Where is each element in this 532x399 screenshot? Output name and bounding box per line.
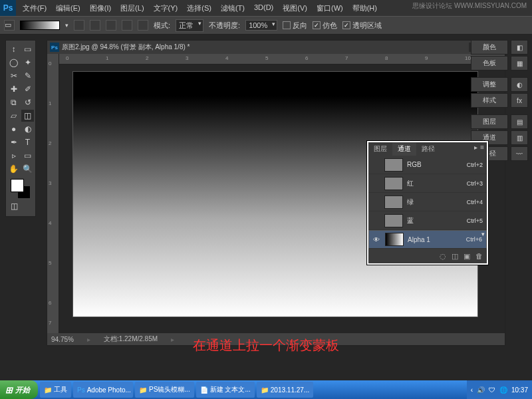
menu-3d[interactable]: 3D(D) (250, 2, 277, 15)
marquee-tool-icon[interactable]: ▭ (21, 43, 34, 55)
load-selection-icon[interactable]: ◌ (440, 252, 446, 261)
angle-gradient-icon[interactable] (106, 20, 116, 31)
styles-panel-button[interactable]: 样式 (471, 93, 508, 108)
color-panel-button[interactable]: 颜色 (471, 40, 508, 55)
menu-window[interactable]: 窗口(W) (313, 2, 347, 15)
channel-name: Alpha 1 (408, 236, 430, 243)
channel-row-rgb[interactable]: RGB Ctrl+2 (368, 156, 487, 174)
menu-type[interactable]: 文字(Y) (150, 2, 182, 15)
swatches-panel-icon[interactable]: ▦ (511, 56, 528, 70)
layers-panel-button[interactable]: 图层 (471, 114, 508, 129)
eyedropper-tool-icon[interactable]: ✎ (21, 70, 34, 82)
reflected-gradient-icon[interactable] (122, 20, 132, 31)
tray-icon[interactable]: ‹ (471, 386, 473, 394)
menu-view[interactable]: 视图(V) (279, 2, 311, 15)
channel-shortcut: Ctrl+5 (467, 217, 483, 224)
crop-tool-icon[interactable]: ✂ (7, 70, 20, 82)
panel-menu-icon[interactable]: ≡ (480, 144, 484, 151)
tool-preset-icon[interactable]: ▭ (4, 20, 15, 31)
move-tool-icon[interactable]: ↕ (7, 43, 20, 55)
stamp-tool-icon[interactable]: ⧉ (7, 96, 20, 108)
lasso-tool-icon[interactable]: ◯ (7, 57, 20, 68)
pen-tool-icon[interactable]: ✒ (7, 136, 20, 148)
taskbar-item[interactable]: 📄新建 文本文... (196, 382, 255, 398)
tray-clock[interactable]: 10:37 (511, 386, 528, 394)
channel-row-red[interactable]: 红 Ctrl+3 (368, 174, 487, 193)
visibility-icon[interactable] (371, 160, 380, 170)
dither-label: 仿色 (323, 21, 337, 31)
channel-row-alpha1[interactable]: 👁 Alpha 1 Ctrl+6 (368, 230, 487, 249)
taskbar-item[interactable]: PsAdobe Photo... (73, 382, 133, 398)
channels-panel-icon[interactable]: ▥ (511, 130, 528, 145)
eraser-tool-icon[interactable]: ▱ (7, 110, 20, 122)
gradient-picker[interactable] (20, 21, 60, 30)
dodge-tool-icon[interactable]: ◐ (21, 123, 34, 135)
visibility-icon[interactable] (371, 198, 380, 207)
reverse-checkbox[interactable] (283, 21, 291, 29)
menu-filter[interactable]: 滤镜(T) (217, 2, 249, 15)
color-panel-icon[interactable]: ◧ (511, 40, 528, 55)
options-bar: ▭ ▾ 模式: 正常 不透明度: 100% 反向 仿色 透明区域 (0, 16, 532, 35)
channel-shortcut: Ctrl+4 (467, 199, 483, 205)
swatches-panel-button[interactable]: 色板 (471, 56, 508, 70)
dither-checkbox[interactable] (313, 21, 321, 29)
layers-panel-icon[interactable]: ▤ (511, 114, 528, 129)
visibility-icon[interactable] (371, 179, 380, 188)
channels-panel: 图层 通道 路径 ▸≡ RGB Ctrl+2 红 Ctrl+3 绿 C (367, 141, 488, 265)
tray-icon[interactable]: 🛡 (489, 386, 495, 394)
foreground-color-swatch[interactable] (11, 179, 24, 192)
channel-thumb (385, 233, 404, 246)
zoom-tool-icon[interactable]: 🔍 (21, 163, 34, 175)
linear-gradient-icon[interactable] (74, 20, 84, 31)
visibility-icon[interactable]: 👁 (372, 235, 381, 244)
tray-icon[interactable]: 🌐 (499, 386, 507, 394)
start-button[interactable]: ⊞ 开始 (0, 380, 38, 399)
shape-tool-icon[interactable]: ▭ (21, 150, 34, 162)
diamond-gradient-icon[interactable] (138, 20, 148, 31)
wand-tool-icon[interactable]: ✦ (21, 57, 34, 68)
tab-paths[interactable]: 路径 (416, 142, 440, 156)
history-brush-icon[interactable]: ↺ (21, 96, 34, 108)
adjust-panel-icon[interactable]: ◐ (511, 77, 528, 92)
save-selection-icon[interactable]: ◫ (452, 252, 458, 261)
tab-channels[interactable]: 通道 (392, 142, 416, 156)
paths-panel-icon[interactable]: 〰 (511, 146, 528, 161)
new-channel-icon[interactable]: ▣ (464, 252, 470, 261)
menu-layer[interactable]: 图层(L) (116, 2, 148, 15)
taskbar-item[interactable]: 📁工具 (40, 382, 71, 398)
doc-ps-icon: Ps (50, 43, 59, 52)
document-tab: Ps 原图2.jpg @ 94.8% (背景 副本, Alpha 1/8) * … (47, 41, 505, 54)
channel-row-green[interactable]: 绿 Ctrl+4 (368, 193, 487, 211)
menu-help[interactable]: 帮助(H) (348, 2, 381, 15)
taskbar-item[interactable]: 📁2013.11.27... (257, 382, 313, 398)
brush-tool-icon[interactable]: ✐ (21, 83, 34, 95)
quickmask-icon[interactable]: ◫ (7, 200, 21, 212)
menu-select[interactable]: 选择(S) (183, 2, 215, 15)
delete-channel-icon[interactable]: 🗑 (475, 252, 483, 260)
menu-file[interactable]: 文件(F) (19, 2, 51, 15)
styles-panel-icon[interactable]: fx (511, 93, 528, 108)
main-menu: 文件(F) 编辑(E) 图像(I) 图层(L) 文字(Y) 选择(S) 滤镜(T… (16, 2, 381, 15)
blur-tool-icon[interactable]: ● (7, 123, 20, 135)
menu-edit[interactable]: 编辑(E) (52, 2, 84, 15)
heal-tool-icon[interactable]: ✚ (7, 83, 20, 95)
channel-row-blue[interactable]: 蓝 Ctrl+5 (368, 211, 487, 230)
menu-image[interactable]: 图像(I) (86, 2, 115, 15)
path-tool-icon[interactable]: ▹ (7, 150, 20, 162)
channel-thumb (384, 177, 403, 190)
text-tool-icon[interactable]: T (21, 136, 34, 148)
transparency-checkbox[interactable] (342, 21, 350, 29)
panel-collapse-icon[interactable]: ▸ (474, 144, 477, 151)
tray-icon[interactable]: 🔊 (477, 386, 485, 394)
adjust-panel-button[interactable]: 调整 (471, 77, 508, 92)
hand-tool-icon[interactable]: ✋ (7, 163, 20, 175)
opacity-select[interactable]: 100% (245, 20, 277, 31)
color-picker[interactable] (11, 179, 31, 199)
gradient-tool-icon[interactable]: ◫ (21, 110, 34, 122)
blend-mode-select[interactable]: 正常 (176, 19, 203, 32)
radial-gradient-icon[interactable] (90, 20, 100, 31)
tab-layers[interactable]: 图层 (368, 142, 392, 156)
system-tray: ‹ 🔊 🛡 🌐 10:37 (467, 380, 532, 399)
taskbar-item[interactable]: 📁PS镜头模糊... (135, 382, 194, 398)
visibility-icon[interactable] (371, 216, 380, 225)
